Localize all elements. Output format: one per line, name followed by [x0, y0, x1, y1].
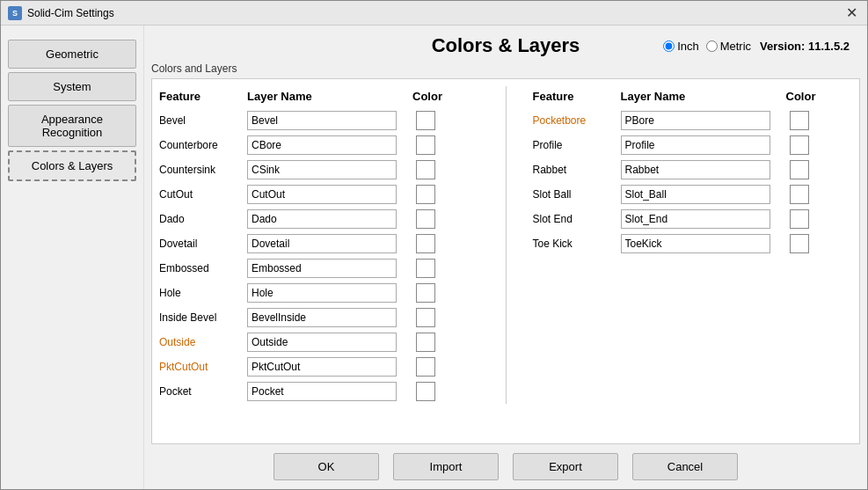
sidebar-btn-colors-layers[interactable]: Colors & Layers: [8, 150, 136, 181]
right-header-color: Color: [779, 90, 823, 103]
sidebar: Geometric System Appearance Recognition …: [1, 26, 144, 489]
metric-radio-label[interactable]: Metric: [706, 40, 751, 53]
feature-name-left-4: Dado: [159, 213, 247, 225]
left-row: CutOut: [159, 182, 479, 207]
left-rows: Bevel Counterbore Countersink CutOut Dad…: [159, 108, 479, 404]
main-window: S Solid-Cim Settings ✕ Geometric System …: [0, 0, 868, 490]
sidebar-btn-geometric[interactable]: Geometric: [8, 40, 136, 69]
color-box-left-5[interactable]: [416, 234, 435, 253]
layer-input-left-8[interactable]: [247, 308, 397, 327]
left-row: Dado: [159, 207, 479, 231]
inch-radio-label[interactable]: Inch: [663, 40, 699, 53]
footer: OK Import Export Cancel: [144, 444, 867, 489]
feature-name-left-8: Inside Bevel: [159, 311, 247, 324]
layer-input-right-4[interactable]: [621, 209, 770, 229]
feature-name-right-1: Profile: [533, 139, 621, 151]
left-header-feature: Feature: [159, 90, 247, 103]
color-box-left-9[interactable]: [416, 333, 435, 352]
color-box-right-3[interactable]: [790, 185, 809, 204]
color-box-left-2[interactable]: [416, 160, 435, 179]
color-box-left-4[interactable]: [416, 209, 435, 229]
column-divider: [506, 86, 507, 404]
right-header-feature: Feature: [533, 90, 621, 103]
layer-input-left-10[interactable]: [247, 357, 397, 377]
header-right: Inch Metric Version: 11.1.5.2: [656, 40, 850, 53]
color-box-left-7[interactable]: [416, 283, 435, 303]
right-feature-column: Feature Layer Name Color Pocketbore Prof…: [533, 86, 853, 404]
left-row: PktCutOut: [159, 355, 479, 379]
feature-name-right-2: Rabbet: [533, 164, 621, 176]
features-grid: Feature Layer Name Color Bevel Counterbo…: [159, 86, 852, 404]
layer-input-left-3[interactable]: [247, 185, 397, 204]
layer-input-right-5[interactable]: [621, 234, 770, 253]
feature-name-left-10: PktCutOut: [159, 361, 247, 373]
close-button[interactable]: ✕: [842, 4, 860, 22]
layer-input-right-3[interactable]: [621, 185, 770, 204]
left-row: Dovetail: [159, 231, 479, 256]
color-box-right-2[interactable]: [790, 160, 809, 179]
feature-name-left-3: CutOut: [159, 188, 247, 201]
left-row: Outside: [159, 330, 479, 355]
layer-input-left-5[interactable]: [247, 234, 397, 253]
cancel-button[interactable]: Cancel: [632, 453, 738, 480]
inch-radio[interactable]: [663, 40, 675, 52]
color-box-left-3[interactable]: [416, 185, 435, 204]
layer-input-left-7[interactable]: [247, 283, 397, 303]
color-box-left-6[interactable]: [416, 259, 435, 278]
left-row: Pocket: [159, 379, 479, 404]
color-box-right-1[interactable]: [790, 135, 809, 155]
color-box-left-11[interactable]: [416, 382, 435, 401]
right-header-layer: Layer Name: [621, 90, 779, 103]
right-row: Rabbet: [533, 157, 853, 182]
layer-input-left-1[interactable]: [247, 135, 397, 155]
feature-name-left-9: Outside: [159, 336, 247, 348]
layer-input-right-0[interactable]: [621, 111, 770, 130]
content-area: Geometric System Appearance Recognition …: [1, 26, 867, 489]
export-button[interactable]: Export: [513, 453, 618, 480]
left-header-color: Color: [405, 90, 449, 103]
title-bar-left: S Solid-Cim Settings: [8, 6, 114, 20]
sidebar-btn-system[interactable]: System: [8, 72, 136, 101]
layer-input-left-6[interactable]: [247, 259, 397, 278]
right-rows: Pocketbore Profile Rabbet Slot Ball Slot…: [533, 108, 853, 256]
layer-input-left-11[interactable]: [247, 382, 397, 401]
ok-button[interactable]: OK: [274, 453, 379, 480]
feature-name-right-0: Pocketbore: [533, 114, 621, 127]
color-box-left-0[interactable]: [416, 111, 435, 130]
color-box-right-0[interactable]: [790, 111, 809, 130]
title-bar-title: Solid-Cim Settings: [27, 7, 114, 19]
color-box-left-1[interactable]: [416, 135, 435, 155]
feature-name-left-11: Pocket: [159, 385, 247, 398]
color-box-right-4[interactable]: [790, 209, 809, 229]
right-row: Toe Kick: [533, 231, 853, 256]
layer-input-right-2[interactable]: [621, 160, 770, 179]
layer-input-left-9[interactable]: [247, 333, 397, 352]
left-row: Embossed: [159, 256, 479, 281]
left-row: Counterbore: [159, 133, 479, 157]
table-container: Feature Layer Name Color Bevel Counterbo…: [151, 78, 860, 444]
title-bar: S Solid-Cim Settings ✕: [1, 1, 867, 26]
right-row: Profile: [533, 133, 853, 157]
left-feature-column: Feature Layer Name Color Bevel Counterbo…: [159, 86, 479, 404]
layer-input-right-1[interactable]: [621, 135, 770, 155]
feature-name-left-2: Countersink: [159, 164, 247, 176]
color-box-left-8[interactable]: [416, 308, 435, 327]
feature-name-right-4: Slot End: [533, 213, 621, 225]
layer-input-left-0[interactable]: [247, 111, 397, 130]
layer-input-left-4[interactable]: [247, 209, 397, 229]
metric-label: Metric: [720, 40, 751, 53]
metric-radio[interactable]: [706, 40, 718, 52]
app-icon: S: [8, 6, 22, 20]
layer-input-left-2[interactable]: [247, 160, 397, 179]
sidebar-btn-appearance-recognition[interactable]: Appearance Recognition: [8, 105, 136, 147]
import-button[interactable]: Import: [393, 453, 499, 480]
color-box-left-10[interactable]: [416, 357, 435, 377]
feature-name-right-5: Toe Kick: [533, 238, 621, 250]
feature-name-left-0: Bevel: [159, 114, 247, 127]
right-col-headers: Feature Layer Name Color: [533, 86, 853, 108]
left-row: Countersink: [159, 157, 479, 182]
inch-label: Inch: [677, 40, 699, 53]
feature-name-left-1: Counterbore: [159, 139, 247, 151]
feature-name-left-6: Embossed: [159, 262, 247, 274]
color-box-right-5[interactable]: [790, 234, 809, 253]
